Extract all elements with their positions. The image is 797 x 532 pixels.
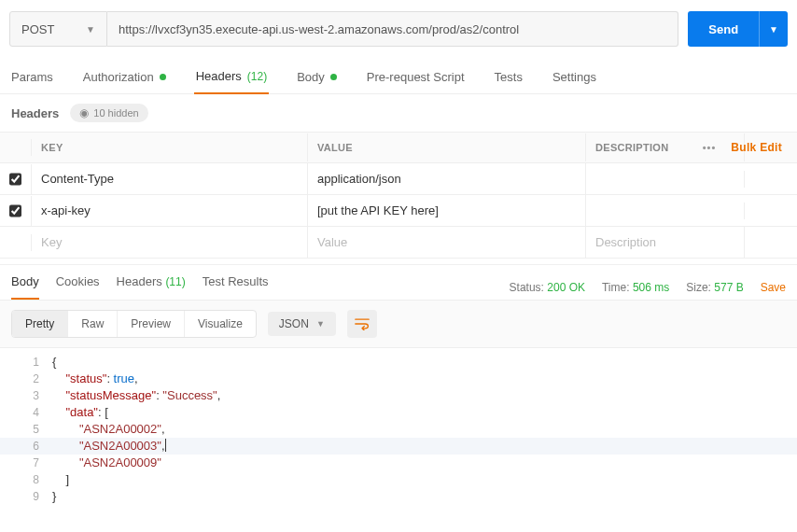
response-view-row: Pretty Raw Preview Visualize JSON ▼ xyxy=(0,300,797,348)
response-body-code[interactable]: 1{2 "status": true,3 "statusMessage": "S… xyxy=(0,348,797,511)
code-line: 8 ] xyxy=(0,471,797,488)
code-content: "ASN2A00002", xyxy=(52,421,165,438)
wrap-lines-button[interactable] xyxy=(347,310,377,338)
code-line: 7 "ASN2A00009" xyxy=(0,455,797,471)
code-line: 3 "statusMessage": "Success", xyxy=(0,387,797,404)
column-value: VALUE xyxy=(308,133,586,161)
header-description-cell[interactable] xyxy=(586,171,745,188)
send-button[interactable]: Send ▼ xyxy=(688,11,788,47)
tab-tests[interactable]: Tests xyxy=(493,63,524,93)
tab-authorization[interactable]: Authorization xyxy=(81,63,168,93)
code-content: ] xyxy=(52,471,69,488)
bulk-edit-link[interactable]: Bulk Edit xyxy=(725,141,788,154)
request-url-input[interactable] xyxy=(107,11,678,47)
view-preview[interactable]: Preview xyxy=(118,311,185,337)
code-content: "ASN2A00009" xyxy=(52,455,161,471)
code-line: 6 "ASN2A00003", xyxy=(0,438,797,455)
response-tabs: Body Cookies Headers (11) Test Results xyxy=(11,274,269,300)
line-number: 1 xyxy=(0,354,52,371)
header-row: x-api-key [put the API KEY here] xyxy=(0,194,797,226)
tab-response-body[interactable]: Body xyxy=(11,274,39,300)
header-value-cell[interactable]: [put the API KEY here] xyxy=(308,195,586,226)
header-description-cell[interactable] xyxy=(586,203,745,219)
kv-table-header: KEY VALUE DESCRIPTION ••• Bulk Edit xyxy=(0,132,797,162)
code-line: 9} xyxy=(0,488,797,505)
body-indicator-icon xyxy=(330,74,337,80)
format-select[interactable]: JSON ▼ xyxy=(268,312,336,336)
eye-icon: ◉ xyxy=(79,106,89,119)
response-bar: Body Cookies Headers (11) Test Results S… xyxy=(0,264,797,300)
code-content: "data": [ xyxy=(52,404,108,421)
size-value: 577 B xyxy=(714,281,743,294)
tab-body[interactable]: Body xyxy=(295,63,339,93)
tab-headers[interactable]: Headers (12) xyxy=(194,63,269,94)
column-key: KEY xyxy=(32,133,308,161)
header-key-placeholder[interactable]: Key xyxy=(32,227,308,258)
send-caret-icon[interactable]: ▼ xyxy=(759,11,788,47)
line-number: 4 xyxy=(0,404,52,421)
tab-response-test-results[interactable]: Test Results xyxy=(203,274,269,300)
view-pretty[interactable]: Pretty xyxy=(12,311,68,337)
tab-settings[interactable]: Settings xyxy=(551,63,598,93)
header-row-checkbox[interactable] xyxy=(9,173,21,186)
header-key-cell[interactable]: Content-Type xyxy=(32,163,308,194)
tab-response-headers[interactable]: Headers (11) xyxy=(117,274,186,300)
code-content: "statusMessage": "Success", xyxy=(52,387,220,404)
line-number: 3 xyxy=(0,387,52,404)
http-method-label: POST xyxy=(21,22,54,36)
http-method-select[interactable]: POST ▼ xyxy=(9,11,107,47)
header-row: Content-Type application/json xyxy=(0,162,797,194)
code-content: { xyxy=(52,354,56,371)
column-options-icon[interactable]: ••• xyxy=(703,142,717,153)
response-meta: Status: 200 OK Time: 506 ms Size: 577 B … xyxy=(510,281,786,294)
code-content: } xyxy=(52,488,56,505)
line-number: 2 xyxy=(0,371,52,387)
tab-params[interactable]: Params xyxy=(9,63,55,93)
tab-pre-request-script[interactable]: Pre-request Script xyxy=(365,63,467,93)
wrap-lines-icon xyxy=(355,317,370,330)
code-line: 2 "status": true, xyxy=(0,371,797,387)
caret-down-icon: ▼ xyxy=(316,319,325,329)
tab-response-cookies[interactable]: Cookies xyxy=(56,274,100,300)
save-response-link[interactable]: Save xyxy=(761,281,786,294)
hidden-headers-toggle[interactable]: ◉ 10 hidden xyxy=(70,104,147,122)
line-number: 5 xyxy=(0,421,52,438)
line-number: 8 xyxy=(0,471,52,488)
header-key-cell[interactable]: x-api-key xyxy=(32,195,308,226)
headers-title: Headers xyxy=(11,106,59,120)
time-value: 506 ms xyxy=(633,281,669,294)
header-value-placeholder[interactable]: Value xyxy=(308,227,586,258)
line-number: 6 xyxy=(0,438,52,455)
view-visualize[interactable]: Visualize xyxy=(185,311,256,337)
line-number: 7 xyxy=(0,455,52,471)
send-button-label: Send xyxy=(688,22,759,36)
code-content: "status": true, xyxy=(52,371,138,387)
line-number: 9 xyxy=(0,488,52,505)
header-description-placeholder[interactable]: Description xyxy=(586,227,745,258)
authorization-indicator-icon xyxy=(160,74,166,80)
status-value: 200 OK xyxy=(547,281,585,294)
code-line: 1{ xyxy=(0,354,797,371)
code-line: 5 "ASN2A00002", xyxy=(0,421,797,438)
column-description: DESCRIPTION xyxy=(586,133,745,161)
view-segment: Pretty Raw Preview Visualize xyxy=(11,310,257,338)
headers-subbar: Headers ◉ 10 hidden xyxy=(0,94,797,132)
caret-down-icon: ▼ xyxy=(86,24,95,35)
code-line: 4 "data": [ xyxy=(0,404,797,421)
header-value-cell[interactable]: application/json xyxy=(308,163,586,194)
request-tabs: Params Authorization Headers (12) Body P… xyxy=(0,56,797,94)
code-content: "ASN2A00003", xyxy=(52,438,166,455)
header-row-checkbox[interactable] xyxy=(9,204,21,217)
view-raw[interactable]: Raw xyxy=(68,311,118,337)
header-row-empty: Key Value Description xyxy=(0,226,797,259)
